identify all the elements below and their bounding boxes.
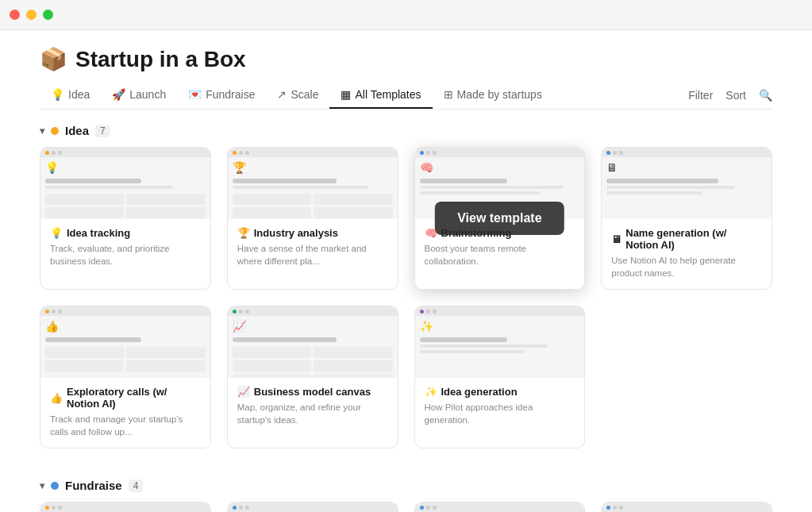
fundraise-section-color-dot	[51, 482, 59, 490]
nav-actions: Filter Sort 🔍	[688, 89, 772, 102]
pitch-deck-thumbnail: ⚾	[40, 502, 210, 512]
scale-tab-icon: ↗	[277, 88, 287, 101]
business-model-canvas-desc: Map, organize, and refine your startup's…	[237, 401, 388, 426]
main-content: 📦 Startup in a Box 💡 Idea 🚀 Launch 💌 Fun…	[0, 30, 812, 512]
nav-tabs: 💡 Idea 🚀 Launch 💌 Fundraise ↗ Scale ▦ Al…	[40, 82, 688, 109]
investor-crm-thumbnail: 💼	[415, 502, 585, 512]
name-generation-desc: Use Notion AI to help generate product n…	[611, 254, 762, 279]
app-icon: 📦	[40, 46, 67, 72]
template-card-business-model-canvas[interactable]: 📈 📈 Business model canvas Map, organize,…	[227, 306, 398, 448]
close-button[interactable]	[10, 10, 20, 20]
all-templates-tab-label: All Templates	[355, 88, 421, 101]
template-card-investor-data-room[interactable]: 🏛 🏛 Investor data room Data, business de…	[227, 502, 398, 512]
idea-tracking-thumbnail: 💡	[40, 148, 210, 219]
template-card-exploratory-calls[interactable]: 👍 👍 Exploratory calls (w/ Notion AI) Tra…	[40, 306, 211, 448]
idea-section-toggle[interactable]: ▾	[40, 125, 44, 137]
tab-idea[interactable]: 💡 Idea	[40, 82, 101, 109]
idea-generation-thumbnail: ✨	[415, 306, 585, 378]
tab-made-by-startups[interactable]: ⊞ Made by startups	[433, 82, 553, 109]
idea-section-label: Idea	[65, 124, 89, 137]
template-card-idea-generation[interactable]: ✨ ✨ Idea generation How Pilot approaches…	[414, 306, 586, 448]
tab-launch[interactable]: 🚀 Launch	[101, 82, 177, 109]
idea-generation-desc: How Pilot approaches idea generation.	[425, 401, 575, 426]
fundraise-section-header: ▾ Fundraise 4	[40, 464, 772, 502]
sort-label: Sort	[725, 89, 746, 102]
tab-scale[interactable]: ↗ Scale	[266, 82, 329, 109]
idea-tracking-desc: Track, evaluate, and prioritize business…	[50, 242, 201, 268]
idea-section-color-dot	[51, 127, 59, 135]
search-button[interactable]: 🔍	[759, 89, 772, 102]
filter-label: Filter	[688, 89, 713, 102]
brainstorming-title: 🧠 Brainstorming	[425, 227, 575, 239]
fundraise-tab-label: Fundraise	[206, 88, 255, 101]
idea-tab-icon: 💡	[51, 88, 64, 101]
name-generation-thumbnail: 🖥	[602, 148, 772, 219]
brainstorming-thumbnail: 🧠	[415, 148, 585, 219]
exploratory-calls-title: 👍 Exploratory calls (w/ Notion AI)	[50, 386, 201, 410]
launch-tab-icon: 🚀	[112, 88, 125, 101]
fundraise-section-toggle[interactable]: ▾	[40, 480, 44, 491]
business-model-canvas-icon: 📈	[237, 386, 250, 398]
fundraise-template-grid: ⚾ ⚾ Pitch deck Define your startup story…	[40, 502, 772, 512]
exploratory-calls-desc: Track and manage your startup's calls an…	[50, 413, 201, 438]
name-generation-title: 🖥 Name generation (w/ Notion AI)	[611, 227, 762, 251]
idea-section-header: ▾ Idea 7	[40, 110, 772, 147]
template-card-board-updates[interactable]: 📋 📋 Board updates Communicate updates to…	[601, 502, 772, 512]
app-title: Startup in a Box	[75, 47, 246, 72]
template-card-brainstorming[interactable]: 🧠 🧠 Brainstorming Boost your teams remot…	[414, 147, 586, 290]
nav-bar: 💡 Idea 🚀 Launch 💌 Fundraise ↗ Scale ▦ Al…	[40, 82, 772, 110]
sort-button[interactable]: Sort	[725, 89, 746, 102]
business-model-canvas-thumbnail: 📈	[228, 306, 398, 378]
exploratory-calls-body: 👍 Exploratory calls (w/ Notion AI) Track…	[40, 378, 210, 448]
tab-fundraise[interactable]: 💌 Fundraise	[177, 82, 266, 109]
idea-template-grid: 💡 💡 Idea tracking Track, evaluate, and p…	[40, 147, 772, 448]
industry-analysis-thumbnail: 🏆	[228, 148, 398, 219]
fundraise-section-label: Fundraise	[65, 479, 122, 492]
template-card-idea-tracking[interactable]: 💡 💡 Idea tracking Track, evaluate, and p…	[40, 147, 211, 290]
template-card-pitch-deck[interactable]: ⚾ ⚾ Pitch deck Define your startup story…	[40, 502, 211, 512]
made-by-startups-tab-icon: ⊞	[444, 88, 453, 101]
brainstorming-body: 🧠 Brainstorming Boost your teams remote …	[415, 219, 585, 277]
idea-generation-title: ✨ Idea generation	[425, 386, 575, 398]
business-model-canvas-title: 📈 Business model canvas	[237, 386, 388, 398]
idea-tracking-body: 💡 Idea tracking Track, evaluate, and pri…	[40, 219, 210, 277]
brainstorming-desc: Boost your teams remote collaboration.	[425, 242, 575, 268]
idea-generation-body: ✨ Idea generation How Pilot approaches i…	[415, 378, 585, 436]
app-header: 📦 Startup in a Box	[40, 30, 772, 82]
exploratory-calls-thumbnail: 👍	[40, 306, 210, 378]
industry-analysis-body: 🏆 Industry analysis Have a sense of the …	[228, 219, 398, 277]
idea-tracking-title: 💡 Idea tracking	[50, 227, 201, 239]
fundraise-section-count: 4	[129, 479, 144, 492]
minimize-button[interactable]	[26, 10, 37, 20]
template-card-industry-analysis[interactable]: 🏆 🏆 Industry analysis Have a sense of th…	[227, 147, 398, 290]
board-updates-thumbnail: 📋	[602, 502, 772, 512]
titlebar	[0, 0, 812, 30]
scale-tab-label: Scale	[291, 88, 318, 101]
idea-section-count: 7	[95, 125, 110, 137]
fundraise-tab-icon: 💌	[188, 88, 202, 101]
maximize-button[interactable]	[43, 10, 53, 20]
industry-analysis-title: 🏆 Industry analysis	[237, 227, 388, 239]
idea-tracking-icon: 💡	[50, 227, 63, 239]
launch-tab-label: Launch	[129, 88, 166, 101]
business-model-canvas-body: 📈 Business model canvas Map, organize, a…	[228, 378, 398, 436]
exploratory-calls-icon: 👍	[50, 392, 63, 404]
name-generation-body: 🖥 Name generation (w/ Notion AI) Use Not…	[602, 219, 772, 289]
made-by-startups-tab-label: Made by startups	[457, 88, 542, 101]
tab-all-templates[interactable]: ▦ All Templates	[329, 82, 432, 109]
brainstorming-icon: 🧠	[425, 227, 437, 239]
template-card-name-generation[interactable]: 🖥 🖥 Name generation (w/ Notion AI) Use N…	[601, 147, 772, 290]
search-icon: 🔍	[759, 89, 772, 102]
industry-analysis-desc: Have a sense of the market and where dif…	[237, 242, 388, 268]
industry-analysis-icon: 🏆	[237, 227, 250, 239]
investor-data-room-thumbnail: 🏛	[228, 502, 398, 512]
template-card-investor-crm[interactable]: 💼 💼 Investor CRM Track investor relation…	[414, 502, 586, 512]
name-generation-icon: 🖥	[611, 233, 622, 245]
idea-generation-icon: ✨	[425, 386, 437, 398]
idea-tab-label: Idea	[68, 88, 90, 101]
filter-button[interactable]: Filter	[688, 89, 713, 102]
all-templates-tab-icon: ▦	[341, 88, 351, 101]
